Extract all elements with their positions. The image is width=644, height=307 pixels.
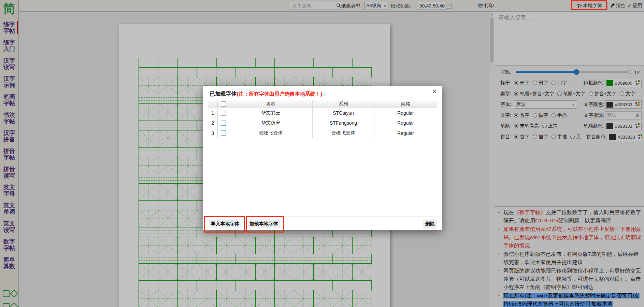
font-family: 云峰飞云体 <box>313 128 374 138</box>
select-all-checkbox[interactable] <box>221 101 226 107</box>
header-index-cell <box>208 100 218 108</box>
font-family: STFangsong <box>313 118 374 128</box>
row-checkbox-cell <box>218 128 229 138</box>
font-table: 名称 系列 风格 1华文彩云STCaiyunRegular2华文仿宋STFang… <box>208 100 437 138</box>
font-table-row[interactable]: 3云峰飞云体云峰飞云体Regular <box>208 128 437 138</box>
dialog-title: 已加载字体(注：所有字体由用户选自本地系统！) <box>210 90 322 98</box>
dialog-title-note: (注：所有字体由用户选自本地系统！) <box>237 91 322 97</box>
row-checkbox[interactable] <box>221 130 226 136</box>
font-table-row[interactable]: 2华文仿宋STFangsongRegular <box>208 118 437 128</box>
row-checkbox-cell <box>218 118 229 128</box>
font-family: STCaiyun <box>313 108 374 118</box>
font-name: 华文彩云 <box>229 108 313 118</box>
select-all-checkbox-cell <box>218 100 229 108</box>
dialog-footer-divider <box>203 216 442 217</box>
row-index: 2 <box>208 118 218 128</box>
font-table-body: 1华文彩云STCaiyunRegular2华文仿宋STFangsongRegul… <box>208 108 437 138</box>
font-style: Regular <box>374 128 437 138</box>
row-checkbox[interactable] <box>221 121 226 126</box>
row-checkbox-cell <box>218 108 229 118</box>
font-name: 云峰飞云体 <box>229 128 313 138</box>
row-index: 3 <box>208 128 218 138</box>
loaded-fonts-dialog: 已加载字体(注：所有字体由用户选自本地系统！) × 名称 系列 风格 1华文彩云… <box>203 86 442 230</box>
load-local-font-button[interactable]: 加载本地字体 <box>248 220 280 228</box>
dialog-title-text: 已加载字体 <box>210 91 237 97</box>
font-style: Regular <box>374 108 437 118</box>
font-table-header: 名称 系列 风格 <box>208 100 437 108</box>
app-root: 汉字查询...... 纸张类型: A4纵向 » 纸张边距: 50,40,50,4… <box>0 0 644 307</box>
header-style: 风格 <box>374 100 437 108</box>
font-table-row[interactable]: 1华文彩云STCaiyunRegular <box>208 108 437 118</box>
row-checkbox[interactable] <box>221 111 226 116</box>
font-style: Regular <box>374 118 437 128</box>
close-icon[interactable]: × <box>432 88 437 95</box>
row-index: 1 <box>208 108 218 118</box>
header-family: 系列 <box>313 100 374 108</box>
font-name: 华文仿宋 <box>229 118 313 128</box>
delete-button[interactable]: 删除 <box>423 220 437 228</box>
import-local-font-button[interactable]: 导入本地字体 <box>209 220 241 228</box>
header-name: 名称 <box>229 100 313 108</box>
